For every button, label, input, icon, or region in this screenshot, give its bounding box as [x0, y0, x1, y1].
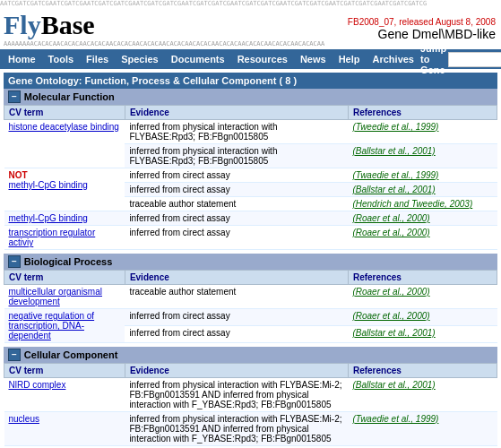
cellular-component-collapse[interactable]: −	[8, 349, 21, 361]
cv-term-cell: methyl-CpG binding	[4, 211, 125, 226]
main-content: Gene Ontology: Function, Process & Cellu…	[0, 69, 501, 448]
evidence-cell: traceable author statement	[125, 197, 348, 211]
evidence-cell: inferred from physical interaction with …	[125, 378, 348, 412]
evidence-cell: inferred from physical interaction with …	[125, 144, 348, 168]
evidence-cell: inferred from cirect assay	[125, 168, 348, 183]
col-header-cv-cc: CV term	[4, 364, 125, 378]
ref-link[interactable]: (Ballstar et al., 2001)	[352, 328, 435, 338]
ref-cell: (Ballstar et al., 2001)	[348, 183, 497, 197]
ref-link[interactable]: (Twaedie et al., 1999)	[352, 170, 438, 180]
nav-help[interactable]: Help	[333, 51, 367, 67]
molecular-function-header: − Molecular Function	[4, 89, 497, 105]
molecular-function-label: Molecular Function	[24, 91, 115, 102]
cv-term-cell: NlRD complex	[4, 378, 125, 412]
nav-documents[interactable]: Documents	[165, 51, 231, 67]
cv-term-link[interactable]: NlRD complex	[9, 380, 66, 390]
evidence-cell: traceable author statement	[125, 285, 348, 309]
cv-term-link[interactable]: methyl-CpG binding	[9, 180, 88, 190]
ref-cell: (Tweedie et al., 1999)	[348, 120, 497, 144]
cv-term-link[interactable]: nucleus	[9, 414, 39, 424]
col-header-ev-cc: Evidence	[125, 364, 348, 378]
nav-archives[interactable]: Archives	[367, 51, 420, 67]
cv-term-link[interactable]: transcription regulator activiy	[9, 228, 96, 247]
table-row: negative regulation of transcription, DN…	[4, 309, 497, 326]
ref-link[interactable]: (Roaer et al., 2000)	[352, 287, 429, 297]
evidence-cell: inferred from cirect assay	[125, 226, 348, 250]
cv-term-link[interactable]: histone deacetylase binding	[9, 122, 119, 132]
table-row: nucleus inferred from physical interacti…	[4, 412, 497, 446]
cv-term-link[interactable]: multicellular organismal development	[9, 287, 102, 306]
dna-banner-bottom: AAAAAAAACACACAACACACAACACACAACACACAACACA…	[4, 41, 324, 47]
cellular-component-header: − Cellular Component	[4, 347, 497, 363]
col-header-ev-mf: Evidence	[125, 106, 348, 120]
dna-banner-top: AATCGATCGATCGAATCGATCGAATCGATCGATCGAATCG…	[0, 0, 501, 8]
biological-process-collapse[interactable]: −	[8, 255, 21, 268]
cv-term-cell: negative regulation of transcription, DN…	[4, 309, 125, 343]
col-header-ref-mf: References	[348, 106, 497, 120]
navigation-bar: Home Tools Files Species Documents Resou…	[0, 49, 501, 69]
ref-cell: (Twaedie et al., 1999)	[348, 412, 497, 446]
cv-term-link[interactable]: methyl-CpG binding	[9, 213, 88, 223]
cv-term-cell: NOT methyl-CpG binding	[4, 168, 125, 211]
col-header-ref-cc: References	[348, 364, 497, 378]
cellular-component-table: CV term Evidence References NlRD complex…	[4, 363, 497, 448]
col-header-cv-mf: CV term	[4, 106, 125, 120]
molecular-function-collapse[interactable]: −	[8, 90, 21, 103]
cellular-component-section: − Cellular Component CV term Evidence Re…	[4, 347, 497, 448]
ref-link[interactable]: (Ballstar et al., 2001)	[352, 146, 435, 156]
ref-cell: (Ballstar et al., 2001)	[348, 378, 497, 412]
cv-term-link[interactable]: negative regulation of transcription, DN…	[9, 311, 95, 340]
cv-term-cell: transcription regulator activiy	[4, 226, 125, 250]
ref-link[interactable]: (Roaer et al., 2000)	[352, 311, 429, 321]
ref-link[interactable]: (Tweedie et al., 1999)	[352, 122, 438, 132]
ref-cell: (Hendrich and Tweedie, 2003)	[348, 197, 497, 211]
cellular-component-label: Cellular Component	[24, 349, 118, 360]
ref-cell: (Ballstar et al., 2001)	[348, 326, 497, 343]
jump-to-gene-input[interactable]	[448, 52, 501, 67]
ref-cell: (Roaer et al., 2000)	[348, 211, 497, 226]
nav-tools[interactable]: Tools	[42, 51, 81, 67]
molecular-function-table: CV term Evidence References histone deac…	[4, 105, 497, 250]
release-info: FB2008_07, released August 8, 2008	[348, 17, 496, 27]
table-row: transcription regulator activiy inferred…	[4, 226, 497, 250]
gene-title: Gene Dmel\MBD-like	[348, 27, 496, 41]
table-row: histone deacetylase binding inferred fro…	[4, 120, 497, 144]
table-row: NOT methyl-CpG binding inferred from cir…	[4, 168, 497, 183]
ref-cell: (Twaedie et al., 1999)	[348, 168, 497, 183]
nav-home[interactable]: Home	[2, 51, 42, 67]
table-row: methyl-CpG binding inferred from cirect …	[4, 211, 497, 226]
nav-files[interactable]: Files	[80, 51, 115, 67]
nav-resources[interactable]: Resources	[231, 51, 294, 67]
not-label: NOT	[9, 170, 121, 180]
ref-link[interactable]: (Twaedie et al., 1999)	[352, 414, 438, 424]
col-header-ev-bp: Evidence	[125, 271, 348, 285]
ref-link[interactable]: (Ballstar et al., 2001)	[352, 185, 435, 194]
biological-process-label: Biological Process	[24, 256, 112, 267]
cv-term-cell: multicellular organismal development	[4, 285, 125, 309]
biological-process-section: − Biological Process CV term Evidence Re…	[4, 254, 497, 343]
table-row: multicellular organismal development tra…	[4, 285, 497, 309]
evidence-cell: inferred from cirect assay	[125, 326, 348, 343]
ref-link[interactable]: (Roaer et al., 2000)	[352, 213, 429, 223]
evidence-cell: inferred from physical interaction with …	[125, 412, 348, 446]
biological-process-header: − Biological Process	[4, 254, 497, 270]
cv-term-cell: nucleus	[4, 412, 125, 446]
table-row: NlRD complex inferred from physical inte…	[4, 378, 497, 412]
ref-link[interactable]: (Hendrich and Tweedie, 2003)	[352, 199, 472, 209]
ref-cell: (Roaer et al., 2000)	[348, 226, 497, 250]
ref-cell: (Roaer et al., 2000)	[348, 285, 497, 309]
nav-species[interactable]: Species	[115, 51, 165, 67]
evidence-cell: inferred from cirect assay	[125, 211, 348, 226]
col-header-ref-bp: References	[348, 271, 497, 285]
ref-link[interactable]: (Ballstar et al., 2001)	[352, 380, 435, 390]
nav-news[interactable]: News	[294, 51, 333, 67]
molecular-function-section: − Molecular Function CV term Evidence Re…	[4, 89, 497, 250]
page-header: AATCGATCGATCGAATCGATCGAATCGATCGATCGAATCG…	[0, 0, 501, 49]
flybase-logo[interactable]: FlyBase	[4, 10, 324, 40]
col-header-cv-bp: CV term	[4, 271, 125, 285]
ref-cell: (Ballstar et al., 2001)	[348, 144, 497, 168]
evidence-cell: inferred from cirect assay	[125, 309, 348, 326]
cv-term-cell: histone deacetylase binding	[4, 120, 125, 168]
ref-link[interactable]: (Roaer et al., 2000)	[352, 228, 429, 237]
evidence-cell: inferred from physical interaction with …	[125, 120, 348, 144]
